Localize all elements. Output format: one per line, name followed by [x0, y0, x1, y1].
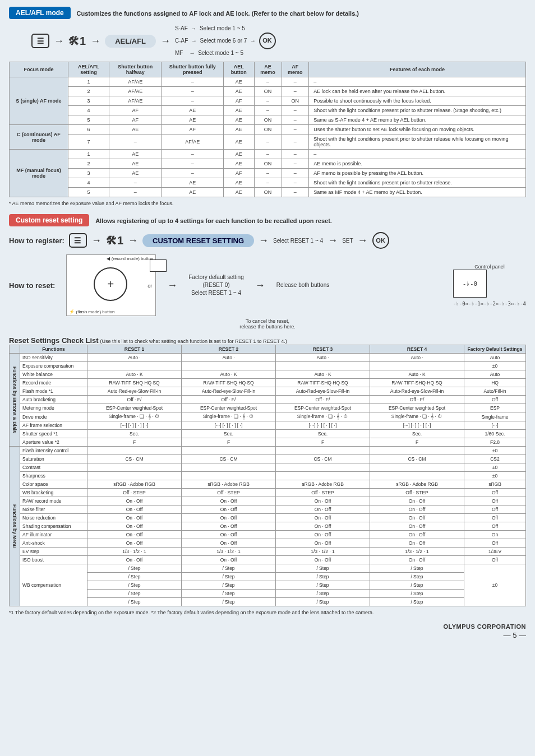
func-cell: WB compensation	[20, 564, 87, 606]
features-cell: –	[309, 77, 526, 87]
reset-cell: / Step	[182, 590, 276, 598]
default-cell: ±0	[464, 447, 526, 455]
reset-cell: / Step	[370, 590, 464, 598]
func-cell: Record mode	[20, 379, 87, 387]
reset-cell: / Step	[182, 598, 276, 606]
reset-cell: Off · STEP	[370, 489, 464, 497]
ael-cell: AF/AE	[162, 134, 224, 150]
reset-title: Reset Settings Check List	[9, 336, 99, 345]
reset-cell	[182, 447, 276, 455]
how-register-label: How to register:	[9, 236, 64, 245]
ael-cell: AF	[109, 106, 162, 115]
hdr-focus: Focus mode	[10, 62, 68, 77]
plus-icon: +	[94, 267, 127, 301]
ael-cell: –	[254, 134, 282, 150]
sidebar-label: Functions by Buttons & Dials	[10, 354, 20, 447]
arrow-icon: →	[167, 280, 177, 291]
ael-cell: –	[282, 178, 309, 188]
ael-cell: –	[109, 134, 162, 150]
default-cell: Auto/Fill-in	[464, 387, 526, 396]
hdr-func: Functions	[20, 345, 87, 354]
ael-cell: AE	[109, 125, 162, 134]
ael-cell: AE	[109, 159, 162, 169]
ael-cell: –	[109, 188, 162, 197]
hdr-r1: RESET 1	[87, 345, 182, 354]
hdr-half: Shutter button halfway	[109, 62, 162, 77]
reset-cell: ESP·Center weighted·Spot	[370, 404, 464, 412]
features-cell: AE lock can be held even after you relea…	[309, 87, 526, 96]
reset-cell: ESP·Center weighted·Spot	[276, 404, 370, 412]
reset-cell: sRGB · Adobe RGB	[182, 480, 276, 489]
reset-cell: / Step	[276, 598, 370, 606]
ael-cell: –	[254, 169, 282, 178]
ael-cell: ON	[254, 159, 282, 169]
features-cell: Same as S-AF mode 4 + AE memo by AEL but…	[309, 115, 526, 125]
reset-cell: On · Off	[87, 522, 182, 531]
mf-note: Select mode 1 ~ 5	[198, 50, 243, 56]
default-cell: 1/3EV	[464, 548, 526, 556]
ael-cell: –	[162, 169, 224, 178]
reset-cell	[276, 447, 370, 455]
reset-cell: sRGB · Adobe RGB	[370, 480, 464, 489]
hdr-aememo: AE memo	[254, 62, 282, 77]
func-cell: Auto bracketing	[20, 396, 87, 404]
default-cell: F2.8	[464, 438, 526, 447]
reset-cell: Off · F/	[182, 396, 276, 404]
reset-cell	[370, 447, 464, 455]
ael-cell: AE	[224, 87, 255, 96]
reset-cell: On · Off	[276, 531, 370, 539]
release-text: Release both buttons	[276, 281, 330, 289]
ael-cell: –	[282, 106, 309, 115]
features-cell: Same as MF mode 4 + AE memo by AEL butto…	[309, 188, 526, 197]
reset-cell: / Step	[182, 573, 276, 581]
menu-icon: ☰	[31, 34, 49, 48]
ael-cell: AE	[224, 134, 255, 150]
reset-cell: RAW·TIFF·SHQ·HQ·SQ	[87, 379, 182, 387]
default-cell: CS2	[464, 455, 526, 463]
func-cell: Exposure compensation	[20, 362, 87, 370]
ael-cell: 3	[68, 96, 109, 106]
ael-pill: AEL/AFL	[105, 35, 156, 48]
reset-cell: Single-frame · ❏ · 𝄞 · ⏱	[370, 412, 464, 421]
reset-cell: On · Off	[87, 505, 182, 514]
func-cell: Anti-shock	[20, 539, 87, 548]
reset-cell: Off · STEP	[87, 489, 182, 497]
reset-cell: F	[370, 438, 464, 447]
focus-mode-group: MF (manual focus) mode	[10, 150, 68, 197]
ael-cell: –	[282, 159, 309, 169]
features-cell: Shoot with the light conditions present …	[309, 134, 526, 150]
reset-table: Functions RESET 1 RESET 2 RESET 3 RESET …	[9, 345, 526, 606]
reset-cell: [···] [· ] [ · ] [ ·]	[87, 421, 182, 430]
ael-cell: 1	[68, 77, 109, 87]
reset-cell: On · Off	[182, 531, 276, 539]
func-cell: Aperture value *2	[20, 438, 87, 447]
func-cell: Saturation	[20, 455, 87, 463]
hdr-r3: RESET 3	[276, 345, 370, 354]
reset-cell: On · Off	[182, 514, 276, 522]
ael-cell: –	[282, 150, 309, 159]
ael-footnote: * AE memo memorizes the exposure value a…	[9, 201, 526, 206]
default-cell: Auto	[464, 354, 526, 362]
reset-cell: On · Off	[276, 522, 370, 531]
ael-cell: ON	[254, 115, 282, 125]
reset-cell: / Step	[87, 590, 182, 598]
reset-cell: On · Off	[370, 539, 464, 548]
ael-cell: –	[282, 115, 309, 125]
reset-cell: / Step	[370, 598, 464, 606]
arrow-icon: →	[91, 235, 102, 247]
arrow-icon: →	[160, 35, 170, 47]
ael-cell: –	[282, 169, 309, 178]
ael-desc: Customizes the functions assigned to AF …	[77, 10, 359, 17]
reset-cell: On · Off	[370, 497, 464, 505]
func-cell: Noise filter	[20, 505, 87, 514]
reset-cell: CS · CM	[276, 455, 370, 463]
ael-cell: AF/AE	[109, 77, 162, 87]
ael-tag: AEL/AFL mode	[9, 7, 71, 19]
func-cell: AF frame selection	[20, 421, 87, 430]
ael-cell: AF/AE	[109, 87, 162, 96]
ael-cell: AE	[224, 115, 255, 125]
reset-cell	[370, 463, 464, 472]
features-cell: Uses the shutter button to set AE lock w…	[309, 125, 526, 134]
reset-cell: / Step	[182, 581, 276, 590]
reset-cell: Auto·Red-eye·Slow·Fill-in	[87, 387, 182, 396]
